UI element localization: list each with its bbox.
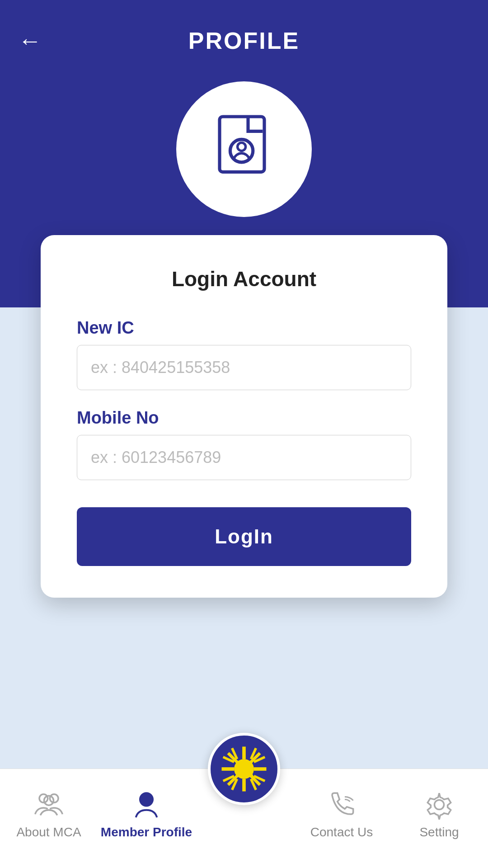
setting-icon [423, 789, 455, 821]
nav-item-about-mca[interactable]: About MCA [0, 789, 98, 840]
login-card: Login Account New IC Mobile No LogIn [41, 235, 447, 598]
svg-point-6 [140, 793, 153, 806]
contact-us-icon [326, 789, 357, 821]
nav-label-member-profile: Member Profile [101, 825, 192, 840]
new-ic-input[interactable] [77, 345, 411, 390]
login-card-title: Login Account [77, 267, 411, 291]
svg-point-5 [44, 796, 54, 805]
new-ic-label: New IC [77, 318, 411, 338]
svg-point-33 [435, 800, 444, 809]
nav-label-about-mca: About MCA [16, 825, 81, 840]
svg-point-2 [238, 143, 246, 151]
nav-item-home[interactable] [208, 733, 280, 805]
member-profile-icon [131, 789, 162, 821]
svg-point-32 [235, 760, 253, 778]
mca-logo-icon [219, 744, 269, 794]
nav-label-setting: Setting [419, 825, 459, 840]
profile-icon-circle [176, 81, 312, 217]
nav-item-contact-us[interactable]: Contact Us [293, 789, 390, 840]
about-mca-icon [33, 789, 65, 821]
mobile-no-input[interactable] [77, 435, 411, 480]
bottom-nav: About MCA Member Profile [0, 769, 488, 868]
profile-document-icon [203, 108, 285, 190]
nav-item-member-profile[interactable]: Member Profile [98, 789, 195, 840]
page-title: PROFILE [188, 27, 300, 54]
back-button[interactable]: ← [18, 29, 42, 52]
nav-label-contact-us: Contact Us [310, 825, 373, 840]
login-button[interactable]: LogIn [77, 507, 411, 566]
mobile-no-label: Mobile No [77, 408, 411, 428]
nav-item-setting[interactable]: Setting [390, 789, 488, 840]
